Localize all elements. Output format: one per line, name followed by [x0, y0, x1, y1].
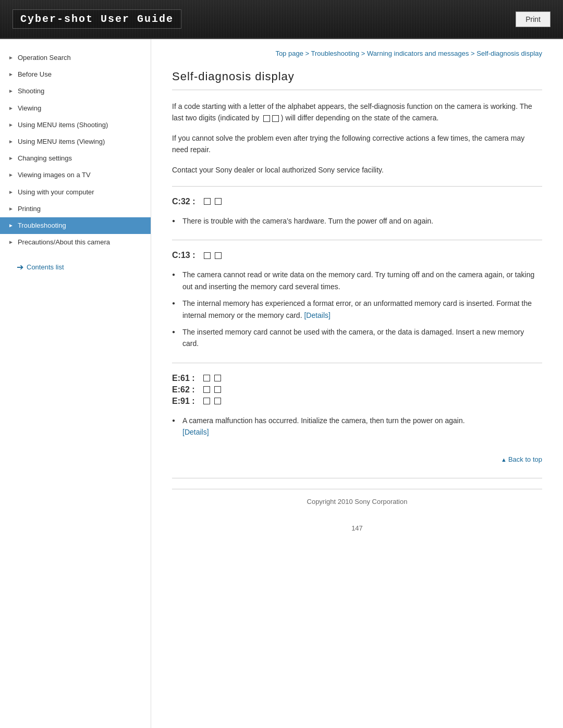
c13-bullets: The camera cannot read or write data on …	[172, 266, 542, 352]
main-container: ► Operation Search ► Before Use ► Shooti…	[0, 39, 563, 728]
arrow-right-icon: ➔	[17, 262, 23, 272]
print-button[interactable]: Print	[516, 11, 550, 27]
sidebar-item-troubleshooting[interactable]: ► Troubleshooting	[0, 217, 151, 234]
square-icon-6	[214, 375, 221, 381]
sidebar-item-shooting[interactable]: ► Shooting	[0, 83, 151, 100]
c32-bullet-1: There is trouble with the camera’s hardw…	[172, 213, 542, 229]
breadcrumb-warning[interactable]: Warning indicators and messages	[367, 50, 469, 57]
square-icon-4	[215, 252, 222, 259]
arrow-icon: ►	[8, 71, 14, 78]
square-icon-10	[214, 398, 221, 404]
e-codes: E:61 : E:62 : E:91 :	[172, 374, 542, 406]
e-bullets: A camera malfunction has occurred. Initi…	[172, 412, 542, 441]
contents-list-link[interactable]: ➔ Contents list	[8, 257, 142, 277]
square-icon-5	[203, 375, 210, 381]
page-header: Cyber-shot User Guide Print	[0, 0, 563, 39]
sidebar: ► Operation Search ► Before Use ► Shooti…	[0, 39, 151, 728]
c13-bullet-2: The internal memory has experienced a fo…	[172, 295, 542, 324]
arrow-icon: ►	[8, 88, 14, 95]
divider-3	[172, 363, 542, 363]
back-to-top-link[interactable]: Back to top	[501, 455, 542, 463]
sidebar-item-viewing[interactable]: ► Viewing	[0, 100, 151, 117]
footer: Copyright 2010 Sony Corporation	[172, 489, 542, 514]
arrow-icon: ►	[8, 222, 14, 229]
arrow-icon: ►	[8, 171, 14, 179]
arrow-icon: ►	[8, 155, 14, 162]
square-icon-2	[215, 198, 222, 205]
page-title: Self-diagnosis display	[172, 70, 542, 90]
sidebar-item-changing-settings[interactable]: ► Changing settings	[0, 150, 151, 167]
back-to-top-container: Back to top	[172, 447, 542, 467]
arrow-icon: ►	[8, 138, 14, 145]
app-title: Cyber-shot User Guide	[13, 9, 181, 29]
sidebar-item-before-use[interactable]: ► Before Use	[0, 66, 151, 83]
square-icon-1	[204, 198, 211, 205]
breadcrumb-top[interactable]: Top page	[275, 50, 303, 57]
intro-text-3: Contact your Sony dealer or local author…	[172, 164, 542, 176]
e91-heading: E:91 :	[172, 397, 542, 406]
breadcrumb-troubleshooting[interactable]: Troubleshooting	[311, 50, 359, 57]
arrow-icon: ►	[8, 189, 14, 196]
page-number: 147	[172, 514, 542, 542]
c32-heading: C:32 :	[172, 197, 542, 206]
arrow-icon: ►	[8, 205, 14, 213]
e62-heading: E:62 :	[172, 385, 542, 394]
sidebar-item-menu-viewing[interactable]: ► Using MENU items (Viewing)	[0, 133, 151, 150]
sidebar-item-operation-search[interactable]: ► Operation Search	[0, 50, 151, 66]
footer-divider	[172, 478, 542, 478]
intro-text: If a code starting with a letter of the …	[172, 101, 542, 124]
e-details-link[interactable]: [Details]	[182, 428, 209, 436]
sidebar-item-viewing-tv[interactable]: ► Viewing images on a TV	[0, 167, 151, 183]
breadcrumb-current: Self-diagnosis display	[476, 50, 542, 57]
divider-2	[172, 240, 542, 240]
square-icon-3	[204, 252, 211, 259]
breadcrumb: Top page > Troubleshooting > Warning ind…	[172, 50, 542, 57]
intro-text-2: If you cannot solve the problem even aft…	[172, 132, 542, 156]
square-icon-7	[203, 386, 210, 393]
e61-heading: E:61 :	[172, 374, 542, 383]
sidebar-item-printing[interactable]: ► Printing	[0, 201, 151, 217]
c13-bullet-3: The inserted memory card cannot be used …	[172, 324, 542, 352]
c13-heading: C:13 :	[172, 251, 542, 260]
arrow-icon: ►	[8, 105, 14, 112]
sidebar-item-menu-shooting[interactable]: ► Using MENU items (Shooting)	[0, 117, 151, 133]
copyright-text: Copyright 2010 Sony Corporation	[307, 498, 408, 505]
c32-bullets: There is trouble with the camera’s hardw…	[172, 213, 542, 229]
sidebar-item-precautions[interactable]: ► Precautions/About this camera	[0, 234, 151, 251]
content-area: Top page > Troubleshooting > Warning ind…	[151, 39, 563, 728]
sidebar-item-using-computer[interactable]: ► Using with your computer	[0, 184, 151, 201]
e-bullet-1: A camera malfunction has occurred. Initi…	[172, 412, 542, 441]
divider-1	[172, 186, 542, 187]
arrow-icon: ►	[8, 54, 14, 61]
square-icon-9	[203, 398, 210, 404]
c13-bullet-1: The camera cannot read or write data on …	[172, 266, 542, 295]
c13-details-link-1[interactable]: [Details]	[304, 311, 331, 319]
arrow-icon: ►	[8, 239, 14, 246]
arrow-icon: ►	[8, 121, 14, 129]
square-icon-8	[214, 386, 221, 393]
